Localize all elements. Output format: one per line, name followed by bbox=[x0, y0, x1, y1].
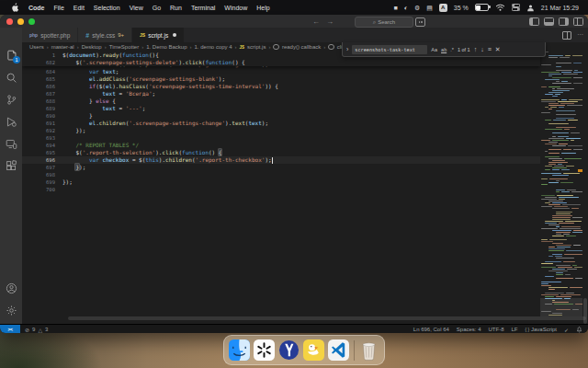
code-line-699[interactable]: 699}); bbox=[22, 178, 540, 186]
menubar-app-icon-2[interactable]: ◐ bbox=[404, 5, 408, 11]
menu-item-terminal[interactable]: Terminal bbox=[191, 5, 215, 11]
eol-sequence[interactable]: LF bbox=[512, 327, 518, 332]
menubar-app-icon-3[interactable]: ⚙ bbox=[414, 5, 420, 11]
breadcrumb-item[interactable]: Users bbox=[29, 44, 44, 50]
wifi-icon[interactable] bbox=[495, 4, 505, 11]
horizontal-scrollbar[interactable] bbox=[68, 316, 586, 320]
extensions-icon[interactable] bbox=[0, 155, 22, 177]
accounts-icon[interactable] bbox=[0, 277, 22, 299]
explorer-icon[interactable]: 1 bbox=[0, 44, 22, 66]
toggle-replace-icon[interactable]: › bbox=[346, 46, 348, 52]
remote-explorer-icon[interactable] bbox=[0, 132, 22, 155]
code-line-694[interactable]: 694 /* REPORT TABLES */ bbox=[22, 142, 540, 149]
line-number[interactable]: 682 bbox=[22, 59, 62, 66]
menu-item-run[interactable]: Run bbox=[170, 5, 182, 11]
finder-dock-icon[interactable] bbox=[228, 339, 250, 362]
modified-dot-icon[interactable] bbox=[173, 33, 176, 37]
code-line-691[interactable]: 691 el.children('.screenpage-settings-ch… bbox=[22, 120, 540, 127]
tab-style-css[interactable]: # style.css 9+ bbox=[78, 28, 132, 42]
whole-word-icon[interactable]: ab bbox=[441, 47, 447, 52]
menu-item-window[interactable]: Window bbox=[224, 5, 247, 11]
breadcrumb-item[interactable]: script.js bbox=[247, 44, 266, 50]
vscode-dock-icon[interactable] bbox=[328, 339, 350, 362]
tab-spotter-php[interactable]: php spotter.php bbox=[22, 28, 78, 42]
run-debug-icon[interactable] bbox=[0, 110, 22, 132]
code-line-687[interactable]: 687 text = 'Всегда'; bbox=[22, 90, 540, 98]
code-line-695[interactable]: 695 $('.report-th-selection').click(func… bbox=[22, 149, 540, 156]
source-control-icon[interactable] bbox=[0, 88, 22, 110]
line-number[interactable]: 684 bbox=[22, 68, 62, 75]
line-number[interactable]: 699 bbox=[22, 178, 62, 186]
breadcrumb-item[interactable]: master-al bbox=[51, 44, 74, 50]
code-line-693[interactable]: 693 bbox=[22, 134, 540, 142]
line-number[interactable]: 691 bbox=[22, 120, 62, 127]
code-line-682[interactable]: 682 $('.screenpage-settings-delete').cli… bbox=[22, 59, 540, 66]
minimap-slider[interactable] bbox=[540, 298, 582, 316]
tab-script-js[interactable]: JS script.js bbox=[132, 28, 185, 42]
command-center-search[interactable]: ⌕ Search bbox=[355, 17, 413, 28]
copilot-icon[interactable] bbox=[415, 17, 425, 27]
previous-match-icon[interactable]: ↑ bbox=[474, 46, 478, 52]
menu-item-code[interactable]: Code bbox=[28, 5, 45, 11]
line-number[interactable]: 690 bbox=[22, 112, 62, 120]
find-input[interactable]: screenshots-task-text bbox=[352, 45, 427, 54]
menu-item-file[interactable]: File bbox=[54, 5, 64, 11]
breadcrumb-item[interactable]: TimeSpotter bbox=[109, 44, 139, 50]
close-window-button[interactable] bbox=[6, 18, 13, 25]
clock[interactable]: 21 Mar 15:29 bbox=[541, 5, 579, 11]
customize-layout-icon[interactable] bbox=[573, 17, 583, 26]
user-icon[interactable] bbox=[526, 4, 535, 12]
language-mode[interactable]: { } JavaScript bbox=[526, 327, 557, 332]
line-number[interactable]: 685 bbox=[22, 75, 62, 83]
code-editor[interactable]: 683 var el = $(this).parents('.screenpag… bbox=[22, 52, 588, 324]
code-line-700[interactable]: 700 bbox=[22, 186, 540, 193]
line-number[interactable]: 695 bbox=[22, 149, 62, 156]
breadcrumb-item[interactable]: 1. Demo Backup bbox=[146, 44, 187, 50]
menu-item-selection[interactable]: Selection bbox=[94, 5, 120, 11]
breadcrumb-item[interactable]: 1. demo copy 4 bbox=[195, 44, 232, 50]
line-number[interactable]: 693 bbox=[22, 134, 62, 142]
line-number[interactable]: 700 bbox=[22, 186, 62, 193]
line-number[interactable]: 692 bbox=[22, 127, 62, 134]
next-match-icon[interactable]: ↓ bbox=[481, 46, 484, 52]
code-line-685[interactable]: 685 el.addClass('screenpage-settings-bla… bbox=[22, 75, 540, 83]
menu-item-help[interactable]: Help bbox=[256, 5, 269, 11]
code-line-690[interactable]: 690 } bbox=[22, 112, 540, 120]
yandex-browser-dock-icon[interactable] bbox=[277, 339, 300, 362]
breadcrumb-item[interactable]: Desktop bbox=[82, 44, 102, 50]
cursor-position[interactable]: Ln 696, Col 64 bbox=[413, 327, 449, 332]
code-line-696[interactable]: 696 var checkbox = $(this).children('.re… bbox=[22, 156, 540, 164]
minimap[interactable] bbox=[540, 52, 582, 316]
menu-item-edit[interactable]: Edit bbox=[74, 5, 85, 11]
code-line-697[interactable]: 697 }); bbox=[22, 164, 540, 171]
minimize-window-button[interactable] bbox=[17, 18, 24, 25]
regex-icon[interactable]: .* bbox=[450, 47, 454, 52]
code-line-686[interactable]: 686 if($(el).hasClass('screenpage-settin… bbox=[22, 83, 540, 90]
problems-status[interactable]: ⊘ 9 △ 3 bbox=[25, 327, 48, 333]
line-number[interactable]: 694 bbox=[22, 142, 62, 149]
title-bar[interactable]: ← → ⌕ Search bbox=[0, 15, 588, 28]
toggle-primary-sidebar-icon[interactable] bbox=[529, 17, 539, 26]
code-line-684[interactable]: 684 var text; bbox=[22, 68, 540, 75]
line-number[interactable]: 1 bbox=[22, 52, 62, 59]
formatter-icon[interactable]: ✓ bbox=[564, 327, 569, 333]
code-line-698[interactable]: 698 bbox=[22, 171, 540, 178]
line-number[interactable]: 688 bbox=[22, 98, 62, 105]
line-number[interactable]: 698 bbox=[22, 171, 62, 178]
chatgpt-dock-icon[interactable] bbox=[253, 339, 275, 362]
navigate-back-icon[interactable]: ← bbox=[312, 17, 320, 26]
split-editor-icon[interactable] bbox=[562, 31, 571, 40]
menubar-app-icon-4[interactable]: ▤ bbox=[426, 5, 433, 11]
more-actions-icon[interactable]: ⋯ bbox=[577, 31, 583, 39]
close-find-icon[interactable]: ✕ bbox=[495, 46, 501, 52]
line-number[interactable]: 686 bbox=[22, 83, 62, 90]
menu-item-go[interactable]: Go bbox=[153, 5, 161, 11]
encoding[interactable]: UTF-8 bbox=[489, 327, 504, 332]
trash-dock-icon[interactable] bbox=[358, 339, 380, 362]
control-center-icon[interactable] bbox=[512, 4, 520, 11]
line-number[interactable]: 697 bbox=[22, 164, 62, 171]
menu-item-view[interactable]: View bbox=[130, 5, 143, 11]
remote-indicator[interactable]: >< bbox=[0, 325, 20, 333]
match-case-icon[interactable]: Aa bbox=[431, 47, 437, 52]
line-number[interactable]: 696 bbox=[22, 156, 62, 164]
